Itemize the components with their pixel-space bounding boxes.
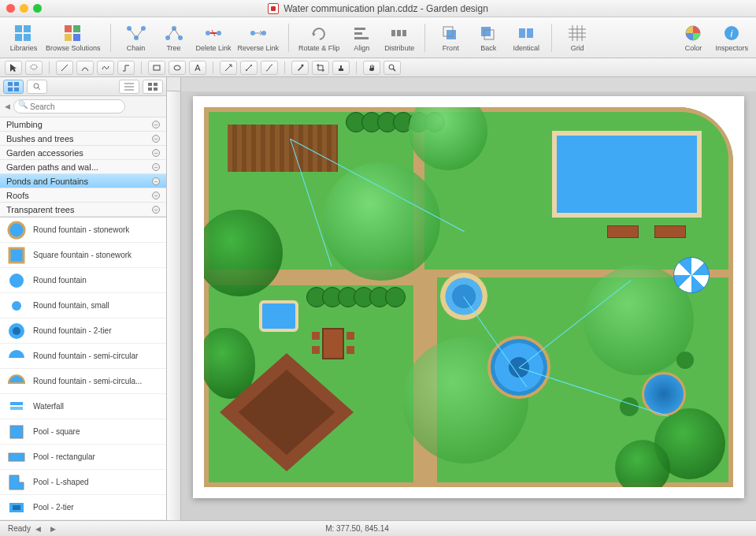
- inspectors-button[interactable]: i Inspectors: [715, 24, 748, 52]
- reverse-link-button[interactable]: Reverse Link: [238, 24, 280, 52]
- disclosure-icon[interactable]: –: [152, 206, 160, 214]
- crop-tool[interactable]: [312, 61, 329, 75]
- sidebar-tab-libraries[interactable]: [3, 80, 24, 94]
- collapse-icon[interactable]: ◀: [5, 102, 10, 110]
- category-item[interactable]: Garden accessories–: [0, 146, 166, 160]
- align-button[interactable]: Align: [346, 24, 377, 52]
- canvas[interactable]: [181, 91, 756, 520]
- tree[interactable]: [322, 162, 440, 281]
- category-item[interactable]: Transparent trees–: [0, 203, 166, 217]
- libraries-button[interactable]: Libraries: [8, 24, 39, 52]
- disclosure-icon[interactable]: –: [152, 121, 160, 128]
- category-item[interactable]: Plumbing–: [0, 117, 166, 132]
- lounge-chair[interactable]: [607, 225, 639, 238]
- ellipse-tool[interactable]: [169, 61, 186, 75]
- smart-connector-tool[interactable]: [240, 61, 258, 75]
- hedge-row[interactable]: [306, 287, 401, 307]
- drawing-page[interactable]: [193, 96, 744, 498]
- tree-button[interactable]: Tree: [158, 24, 190, 52]
- shape-item[interactable]: Round fountain, small: [0, 293, 166, 318]
- shape-item[interactable]: Round fountain - semi-circular: [0, 344, 166, 369]
- eyedropper-tool[interactable]: [291, 61, 309, 75]
- sidebar-tab-search[interactable]: [27, 80, 47, 94]
- disclosure-icon[interactable]: –: [152, 192, 160, 199]
- library-sidebar: ◀ Plumbing–Bushes and trees–Garden acces…: [0, 77, 167, 520]
- svg-rect-50: [14, 82, 19, 86]
- next-page-button[interactable]: ▶: [50, 525, 56, 533]
- svg-point-44: [302, 64, 304, 66]
- delete-link-icon: [203, 24, 224, 43]
- category-item[interactable]: Garden paths and wal...–: [0, 160, 166, 174]
- category-item[interactable]: Ponds and Fountains–: [0, 174, 166, 188]
- prev-page-button[interactable]: ◀: [35, 525, 41, 533]
- shape-item[interactable]: Round fountain - semi-circula...: [0, 369, 166, 394]
- category-item[interactable]: Roofs–: [0, 188, 166, 203]
- umbrella[interactable]: [673, 257, 710, 293]
- rotate-flip-button[interactable]: Rotate & Flip: [298, 24, 339, 52]
- rect-tool[interactable]: [148, 61, 165, 75]
- distribute-button[interactable]: Distribute: [384, 24, 415, 52]
- zoom-tool[interactable]: [384, 61, 401, 75]
- text-tool[interactable]: A: [189, 61, 206, 75]
- bush[interactable]: [676, 352, 694, 369]
- chair[interactable]: [346, 332, 354, 340]
- stamp-tool[interactable]: [332, 61, 350, 75]
- shape-item[interactable]: Round fountain - stonework: [0, 218, 166, 243]
- spline-tool[interactable]: [97, 61, 114, 75]
- connector-tool[interactable]: [117, 61, 135, 75]
- svg-line-36: [61, 65, 68, 71]
- lasso-tool[interactable]: [25, 61, 43, 75]
- shape-label: Pool - rectangular: [33, 452, 95, 461]
- grid-icon: [567, 24, 587, 43]
- svg-rect-45: [339, 69, 343, 71]
- shape-thumbnail-icon: [6, 296, 27, 316]
- search-input[interactable]: [13, 99, 125, 114]
- grid-button[interactable]: Grid: [561, 24, 593, 52]
- front-button[interactable]: Front: [435, 24, 466, 52]
- shape-item[interactable]: Waterfall: [0, 394, 166, 419]
- svg-point-18: [250, 31, 255, 35]
- curve-connector-tool[interactable]: [261, 61, 278, 75]
- patio-table[interactable]: [322, 328, 344, 359]
- lounge-chair[interactable]: [654, 225, 686, 238]
- svg-rect-70: [10, 426, 23, 438]
- chair[interactable]: [312, 332, 320, 340]
- pointer-tool[interactable]: [5, 61, 22, 75]
- disclosure-icon[interactable]: –: [152, 135, 160, 143]
- disclosure-icon[interactable]: –: [152, 149, 160, 157]
- chair[interactable]: [346, 346, 354, 354]
- ruler-corner: [167, 77, 181, 91]
- shape-item[interactable]: Pool - L-shaped: [0, 470, 166, 495]
- color-button[interactable]: Color: [677, 24, 709, 52]
- shape-item[interactable]: Pool - rectangular: [0, 445, 166, 470]
- hand-tool[interactable]: [363, 61, 380, 75]
- arc-tool[interactable]: [76, 61, 94, 75]
- delete-link-button[interactable]: Delete Link: [196, 24, 232, 52]
- identical-button[interactable]: Identical: [510, 24, 542, 52]
- disclosure-icon[interactable]: –: [152, 163, 160, 171]
- deck[interactable]: [228, 125, 338, 172]
- category-item[interactable]: Bushes and trees–: [0, 132, 166, 146]
- sidebar-tab-list[interactable]: [119, 80, 139, 94]
- chair[interactable]: [312, 346, 320, 354]
- shape-item[interactable]: Pool - 2-tier: [0, 495, 166, 520]
- svg-point-65: [12, 301, 21, 311]
- shape-thumbnail-icon: [6, 422, 27, 442]
- arrow-tool[interactable]: [220, 61, 237, 75]
- bush[interactable]: [620, 397, 639, 416]
- shape-item[interactable]: Round fountain - 2-tier: [0, 318, 166, 344]
- shape-item[interactable]: Pool - square: [0, 419, 166, 445]
- shape-label: Round fountain - 2-tier: [33, 326, 112, 335]
- shape-list: Round fountain - stoneworkSquare fountai…: [0, 218, 166, 520]
- shape-item[interactable]: Round fountain: [0, 268, 166, 293]
- disclosure-icon[interactable]: –: [152, 177, 160, 185]
- small-pool[interactable]: [259, 300, 298, 332]
- sidebar-tab-grid[interactable]: [143, 80, 163, 94]
- chain-button[interactable]: Chain: [120, 24, 152, 52]
- back-button[interactable]: Back: [472, 24, 504, 52]
- shape-item[interactable]: Square fountain - stonework: [0, 243, 166, 268]
- pool[interactable]: [552, 131, 702, 218]
- svg-rect-24: [397, 30, 401, 36]
- browse-solutions-button[interactable]: Browse Solutions: [46, 24, 101, 52]
- line-tool[interactable]: [56, 61, 73, 75]
